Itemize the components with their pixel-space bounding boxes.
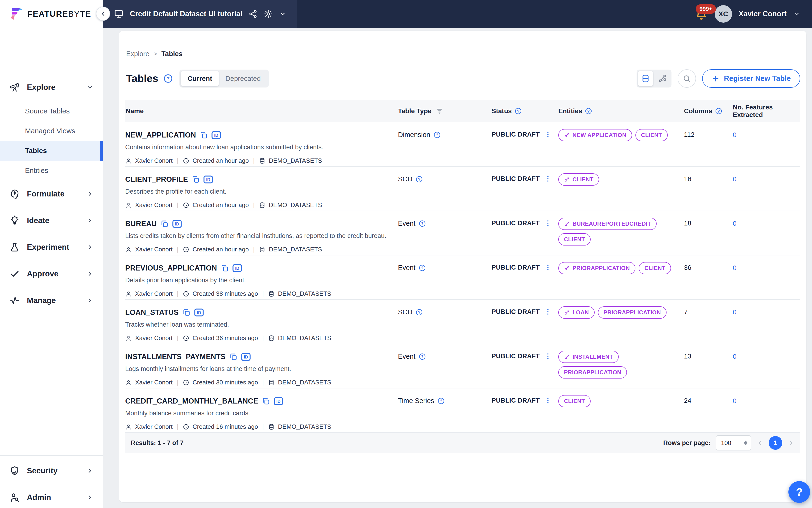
question-circle-icon[interactable] [419,353,426,360]
kebab-menu-icon[interactable] [544,396,551,405]
features-count-link[interactable]: 0 [733,220,736,227]
copy-icon[interactable] [192,175,200,183]
column-header-entities[interactable]: Entities [558,100,684,122]
tab-deprecated[interactable]: Deprecated [219,71,267,86]
kebab-menu-icon[interactable] [544,263,551,271]
help-fab-button[interactable]: ? [788,481,810,503]
user-menu-chevron-icon[interactable] [793,10,800,17]
table-name-link[interactable]: CLIENT_PROFILE [125,175,188,184]
table-row[interactable]: CLIENT_PROFILE Describes the profile for… [125,167,800,211]
page-number-button[interactable]: 1 [769,436,782,450]
notifications-button[interactable]: 999+ [694,7,708,21]
table-row[interactable]: PREVIOUS_APPLICATION Details prior loan … [125,255,800,300]
table-row[interactable]: BUREAU Lists credits taken by clients fr… [125,211,800,255]
kebab-menu-icon[interactable] [544,352,551,360]
sidebar-section-explore[interactable]: Explore [0,76,103,98]
features-count-link[interactable]: 0 [733,353,736,360]
sidebar-section-admin[interactable]: Admin [0,484,103,508]
question-circle-icon[interactable] [419,220,426,227]
id-badge-icon[interactable] [212,131,221,139]
sidebar-item-managed-views[interactable]: Managed Views [0,121,103,141]
help-circle-icon[interactable] [164,74,173,83]
features-count-link[interactable]: 0 [733,397,736,405]
id-badge-icon[interactable] [232,264,242,272]
table-name-link[interactable]: BUREAU [125,220,157,228]
avatar[interactable]: XC [715,5,732,23]
chevron-down-icon[interactable] [279,10,286,17]
features-count-link[interactable]: 0 [733,131,736,138]
table-row[interactable]: LOAN_STATUS Tracks whether loan was term… [125,300,800,344]
question-circle-icon[interactable] [416,309,423,316]
question-circle-icon[interactable] [515,108,522,115]
sidebar-section-security[interactable]: Security [0,457,103,484]
table-name-link[interactable]: PREVIOUS_APPLICATION [125,264,217,272]
column-header-features[interactable]: No. Features Extracted [733,100,800,122]
features-count-link[interactable]: 0 [733,308,736,316]
share-icon[interactable] [249,9,258,18]
entity-chip[interactable]: CLIENT [558,233,591,246]
question-circle-icon[interactable] [438,397,445,405]
table-name-link[interactable]: CREDIT_CARD_MONTHLY_BALANCE [125,397,258,406]
features-count-link[interactable]: 0 [733,264,736,271]
column-header-table-type[interactable]: Table Type [398,100,492,122]
rows-per-page-select[interactable]: 100 [716,435,751,451]
next-page-button[interactable] [787,439,795,447]
entity-chip[interactable]: CLIENT [558,395,591,407]
sidebar-item-tables[interactable]: Tables [0,141,103,161]
kebab-menu-icon[interactable] [544,219,551,227]
column-header-columns[interactable]: Columns [684,100,733,122]
breadcrumb-explore[interactable]: Explore [126,50,149,58]
table-view-button[interactable] [638,71,653,86]
entity-chip[interactable]: PRIORAPPLICATION [558,262,635,274]
entity-chip[interactable]: NEW APPLICATION [558,129,632,141]
column-header-status[interactable]: Status [492,100,558,122]
spinner-arrows-icon[interactable] [744,440,748,445]
copy-icon[interactable] [229,353,237,361]
table-name-link[interactable]: INSTALLMENTS_PAYMENTS [125,352,226,361]
id-badge-icon[interactable] [204,175,213,183]
question-circle-icon[interactable] [585,108,592,115]
project-selector[interactable]: Credit Default Dataset UI tutorial [103,0,297,28]
sidebar-section-approve[interactable]: Approve [0,260,103,287]
id-badge-icon[interactable] [241,353,251,361]
sidebar-item-entities[interactable]: Entities [0,161,103,180]
sidebar-item-source-tables[interactable]: Source Tables [0,101,103,121]
sidebar-section-formulate[interactable]: Formulate [0,180,103,207]
sidebar-section-experiment[interactable]: Experiment [0,234,103,260]
question-circle-icon[interactable] [434,131,441,138]
table-name-link[interactable]: NEW_APPLICATION [125,131,196,139]
search-button[interactable] [678,69,696,88]
entity-chip[interactable]: BUREAUREPORTEDCREDIT [558,218,657,230]
features-count-link[interactable]: 0 [733,175,736,183]
table-row[interactable]: CREDIT_CARD_MONTHLY_BALANCE Monthly bala… [125,388,800,433]
gear-icon[interactable] [264,9,273,18]
register-new-table-button[interactable]: Register New Table [702,69,800,88]
entity-chip[interactable]: INSTALLMENT [558,351,619,363]
sidebar-section-ideate[interactable]: Ideate [0,207,103,234]
question-circle-icon[interactable] [419,264,426,271]
kebab-menu-icon[interactable] [544,308,551,316]
sidebar-collapse-button[interactable] [96,7,110,21]
table-row[interactable]: NEW_APPLICATION Contains information abo… [125,122,800,167]
id-badge-icon[interactable] [194,308,204,316]
entity-chip[interactable]: PRIORAPPLICATION [558,366,627,379]
graph-view-button[interactable] [655,71,670,86]
kebab-menu-icon[interactable] [544,175,551,183]
entity-chip[interactable]: CLIENT [639,262,671,274]
id-badge-icon[interactable] [172,220,182,228]
filter-funnel-icon[interactable] [436,107,443,115]
table-name-link[interactable]: LOAN_STATUS [125,308,179,317]
copy-icon[interactable] [182,308,190,316]
entity-chip[interactable]: CLIENT [558,173,599,185]
entity-chip[interactable]: PRIORAPPLICATION [598,306,667,319]
table-row[interactable]: INSTALLMENTS_PAYMENTS Logs monthly insta… [125,344,800,388]
copy-icon[interactable] [200,131,208,139]
entity-chip[interactable]: LOAN [558,306,595,319]
copy-icon[interactable] [161,220,169,228]
brand-logo[interactable]: FEATUREBYTE [0,0,103,28]
question-circle-icon[interactable] [715,108,722,115]
copy-icon[interactable] [262,397,270,405]
tab-current[interactable]: Current [181,71,219,86]
column-header-name[interactable]: Name [125,100,398,122]
kebab-menu-icon[interactable] [544,130,551,138]
